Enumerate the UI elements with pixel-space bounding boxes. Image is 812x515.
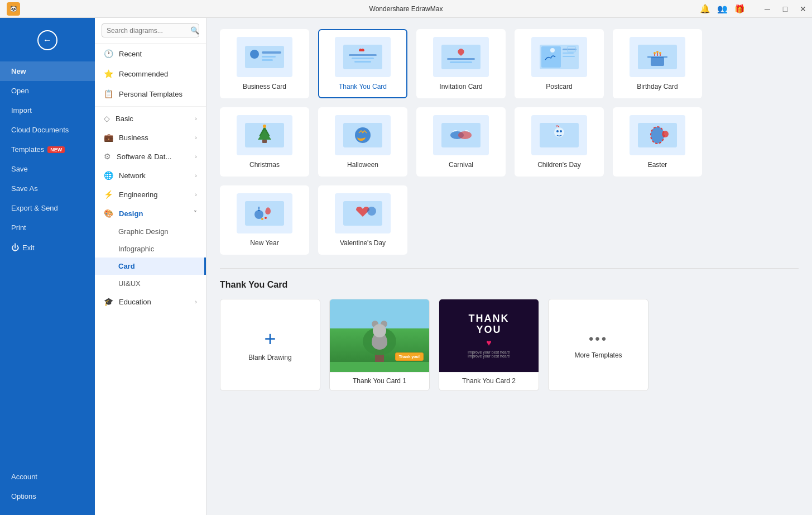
gallery-card-thankyou1[interactable]: Thank you! Thank You Card 1 [329, 299, 430, 391]
window-controls[interactable]: ─ □ ✕ [758, 0, 812, 17]
titlebar: 🐼 Wondershare EdrawMax 🔔 👥 🎁 ─ □ ✕ [0, 0, 812, 18]
sub-uiux-label: UI&UX [118, 279, 141, 288]
postcard-img [531, 37, 587, 77]
sidebar-item-templates[interactable]: Templates NEW [0, 140, 95, 159]
community-icon[interactable]: 👥 [717, 4, 728, 14]
search-wrap[interactable]: 🔍 [102, 23, 199, 37]
sidebar-item-saveas[interactable]: Save As [0, 179, 95, 198]
svg-point-45 [254, 210, 263, 219]
sidebar-open-label: Open [11, 87, 29, 95]
sub-card-label: Card [118, 262, 135, 270]
template-card-valentines[interactable]: Valentine's Day [318, 185, 407, 255]
cat-business[interactable]: 💼 Business › [95, 128, 206, 147]
sidebar-save-label: Save [11, 165, 28, 173]
nav-item-recommended[interactable]: ⭐ Recommended [95, 64, 206, 84]
new-year-img [237, 193, 292, 233]
business-card-img [237, 37, 292, 77]
chevron-right-icon: › [195, 191, 197, 198]
gallery-section: Thank You Card + Blank Drawing [220, 280, 799, 391]
ellipsis-icon: ••• [589, 331, 608, 347]
sub-card[interactable]: Card [95, 258, 206, 275]
main-content: Business Card Thank You Card [206, 18, 812, 515]
back-button[interactable]: ← [0, 23, 95, 57]
left-panel: 🔍 🕐 Recent ⭐ Recommended 📋 Personal Temp… [95, 18, 206, 515]
cat-network-label: Network [119, 171, 146, 180]
invitation-card-label: Invitation Card [439, 83, 482, 90]
close-button[interactable]: ✕ [794, 0, 812, 18]
sidebar-item-options[interactable]: Options [0, 487, 95, 506]
sidebar-item-account[interactable]: Account [0, 467, 95, 487]
template-card-easter[interactable]: Easter [613, 107, 702, 177]
sidebar-print-label: Print [11, 223, 26, 232]
template-card-postcard[interactable]: Postcard [515, 29, 604, 98]
dark-card-sub: Improve your best heart!Improve your bes… [468, 350, 510, 358]
template-card-halloween[interactable]: Halloween [318, 107, 407, 177]
business-card-label: Business Card [243, 83, 286, 90]
chevron-right-icon: › [195, 172, 197, 179]
sub-uiux[interactable]: UI&UX [95, 275, 206, 292]
svg-point-1 [250, 50, 259, 59]
svg-point-39 [560, 130, 562, 132]
section-divider [220, 268, 799, 269]
nav-item-personal[interactable]: 📋 Personal Templates [95, 84, 206, 104]
template-card-carnival[interactable]: Carnival [416, 107, 506, 177]
cat-basic[interactable]: ◇ Basic › [95, 109, 206, 128]
svg-point-32 [355, 127, 371, 143]
sidebar-item-exit[interactable]: ⏻ Exit [0, 237, 95, 258]
postcard-label: Postcard [546, 83, 572, 90]
christmas-img [237, 115, 292, 155]
sidebar-item-cloud[interactable]: Cloud Documents [0, 120, 95, 140]
notification-icon[interactable]: 🔔 [700, 4, 710, 14]
sidebar-bottom: Account Options [0, 467, 95, 515]
valentines-img [335, 193, 391, 233]
svg-point-50 [367, 207, 376, 216]
thankyou1-label: Thank You Card 1 [330, 372, 429, 389]
thankyou2-label: Thank You Card 2 [439, 372, 539, 389]
search-input[interactable] [107, 27, 190, 35]
template-card-invitation[interactable]: Invitation Card [416, 29, 506, 98]
sidebar-options-label: Options [11, 492, 36, 500]
dark-card-content: THANKYOU ♥ Improve your best heart!Impro… [439, 299, 539, 372]
template-card-newyear[interactable]: New Year [220, 185, 309, 255]
svg-rect-16 [563, 53, 574, 54]
chevron-right-icon: › [195, 134, 197, 141]
gallery-section-title: Thank You Card [220, 280, 799, 290]
sidebar-item-new[interactable]: New [0, 61, 95, 81]
sidebar-item-save[interactable]: Save [0, 159, 95, 179]
svg-rect-15 [563, 49, 576, 50]
sidebar-item-print[interactable]: Print [0, 218, 95, 237]
sidebar-item-export[interactable]: Export & Send [0, 198, 95, 218]
chevron-right-icon: › [195, 115, 197, 122]
nav-item-recent[interactable]: 🕐 Recent [95, 44, 206, 64]
sub-graphic[interactable]: Graphic Design [95, 223, 206, 240]
template-card-childrens[interactable]: Children's Day [515, 107, 604, 177]
cat-engineering[interactable]: ⚡ Engineering › [95, 185, 206, 204]
blank-drawing-card[interactable]: + Blank Drawing [220, 299, 320, 391]
template-card-birthday[interactable]: Birthday Card [613, 29, 702, 98]
sidebar-item-open[interactable]: Open [0, 81, 95, 101]
recommended-icon: ⭐ [104, 69, 113, 78]
cat-design[interactable]: 🎨 Design ˅ [95, 204, 206, 223]
sub-infographic[interactable]: Infographic [95, 240, 206, 258]
halloween-img [335, 115, 391, 155]
titlebar-top-icons: 🔔 👥 🎁 [700, 4, 745, 14]
minimize-button[interactable]: ─ [758, 0, 776, 18]
cat-network[interactable]: 🌐 Network › [95, 166, 206, 185]
cat-education[interactable]: 🎓 Education › [95, 292, 206, 311]
christmas-label: Christmas [249, 161, 280, 169]
gallery-grid: + Blank Drawing [220, 299, 799, 391]
gallery-card-thankyou2[interactable]: THANKYOU ♥ Improve your best heart!Impro… [439, 299, 539, 391]
gift-icon[interactable]: 🎁 [734, 4, 745, 14]
more-templates-card[interactable]: ••• More Templates [548, 299, 648, 391]
cat-basic-label: Basic [116, 115, 133, 123]
basic-icon: ◇ [104, 114, 110, 123]
sidebar-item-import[interactable]: Import [0, 101, 95, 120]
cat-software[interactable]: ⚙ Software & Dat... › [95, 147, 206, 166]
thankyou-card-img [335, 37, 391, 77]
template-card-christmas[interactable]: Christmas [220, 107, 309, 177]
svg-rect-9 [441, 45, 481, 69]
maximize-button[interactable]: □ [776, 0, 794, 18]
valentines-label: Valentine's Day [340, 239, 386, 247]
template-card-thankyou[interactable]: Thank You Card [318, 29, 407, 98]
template-card-business[interactable]: Business Card [220, 29, 309, 98]
